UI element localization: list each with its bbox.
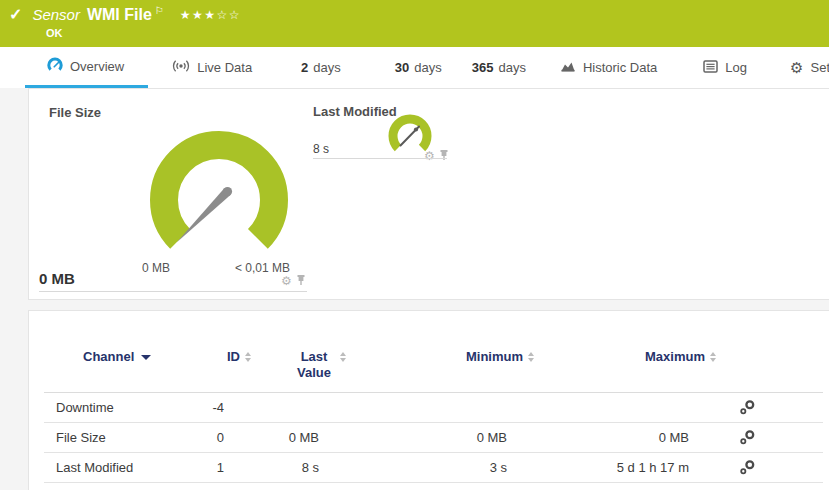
channel-settings-wrench-icon[interactable] <box>739 399 756 416</box>
cell-last-value: 8 s <box>224 460 319 475</box>
cell-maximum: 5 d 1 h 17 m <box>507 460 689 475</box>
gear-icon: ⚙ <box>790 60 803 75</box>
column-header-maximum-label: Maximum <box>645 349 705 364</box>
cell-channel: File Size <box>44 430 177 445</box>
sensor-title: WMI File <box>87 6 152 24</box>
tab-bar: Overview Live Data 2 days 30 days 365 da… <box>0 47 829 88</box>
tab-2-days[interactable]: 2 days <box>301 47 341 88</box>
tab-2-days-label: days <box>313 60 340 75</box>
column-header-id-label: ID <box>227 349 240 364</box>
log-list-icon <box>703 60 718 76</box>
channel-table-header: Channel ID Last Value Minimum Maximum <box>44 311 823 393</box>
last-modified-widget-gear-icon[interactable]: ⚙ <box>424 150 435 162</box>
channel-settings-wrench-icon[interactable] <box>739 459 756 476</box>
tab-settings-label: Settings <box>811 60 829 75</box>
tab-log[interactable]: Log <box>703 47 747 88</box>
last-modified-widget-pin-icon[interactable] <box>439 147 449 165</box>
tab-log-label: Log <box>725 60 747 75</box>
broadcast-icon <box>172 59 190 76</box>
sort-caret-down-icon <box>141 355 151 360</box>
tab-365-days-label: days <box>498 60 525 75</box>
column-header-last-value-label: Last Value <box>293 349 335 382</box>
column-header-maximum[interactable]: Maximum <box>534 349 716 364</box>
table-row-downtime: Downtime -4 <box>44 393 823 423</box>
tab-overview[interactable]: Overview <box>25 47 148 88</box>
tab-live-data[interactable]: Live Data <box>172 47 252 88</box>
tab-2-days-number: 2 <box>301 60 308 75</box>
tab-30-days[interactable]: 30 days <box>395 47 442 88</box>
last-modified-current-value: 8 s <box>313 142 329 156</box>
file-size-gauge-min-label: 0 MB <box>142 261 170 275</box>
table-row-last-modified: Last Modified 1 8 s 3 s 5 d 1 h 17 m <box>44 453 823 483</box>
cell-channel: Downtime <box>44 400 177 415</box>
cell-id: -4 <box>177 400 224 415</box>
tab-365-days-number: 365 <box>472 60 494 75</box>
column-header-minimum-label: Minimum <box>466 349 523 364</box>
column-header-minimum[interactable]: Minimum <box>346 349 534 364</box>
tab-365-days[interactable]: 365 days <box>472 47 526 88</box>
cell-channel: Last Modified <box>44 460 177 475</box>
file-size-gauge <box>134 115 304 285</box>
area-chart-icon <box>560 59 576 76</box>
tab-historic-data[interactable]: Historic Data <box>560 47 657 88</box>
file-size-widget-divider <box>39 291 307 292</box>
gauges-panel: File Size 0 MB < 0,01 MB 0 MB ⚙ Last Mod… <box>28 88 829 300</box>
cell-minimum: 0 MB <box>319 430 507 445</box>
file-size-widget-pin-icon[interactable] <box>296 272 306 290</box>
tab-overview-label: Overview <box>70 59 124 74</box>
tab-historic-data-label: Historic Data <box>583 60 657 75</box>
last-modified-widget-divider <box>313 158 447 159</box>
column-header-id[interactable]: ID <box>204 349 251 364</box>
priority-stars[interactable]: ★★★☆☆ <box>180 8 241 22</box>
flag-icon[interactable]: ⚐ <box>155 5 164 16</box>
column-header-channel-label: Channel <box>83 349 134 364</box>
column-header-last-value[interactable]: Last Value <box>251 349 346 382</box>
file-size-current-value: 0 MB <box>39 270 75 287</box>
column-header-channel[interactable]: Channel <box>71 349 204 364</box>
cell-maximum: 0 MB <box>507 430 689 445</box>
status-badge: OK <box>46 27 63 39</box>
tab-30-days-label: days <box>414 60 441 75</box>
table-row-file-size: File Size 0 0 MB 0 MB 0 MB <box>44 423 823 453</box>
file-size-widget-gear-icon[interactable]: ⚙ <box>281 275 292 287</box>
cell-last-value: 0 MB <box>224 430 319 445</box>
tab-30-days-number: 30 <box>395 60 409 75</box>
sort-arrows-icon <box>710 352 716 362</box>
tab-live-data-label: Live Data <box>197 60 252 75</box>
sensor-kind-label: Sensor <box>32 6 80 23</box>
channel-settings-wrench-icon[interactable] <box>739 429 756 446</box>
cell-minimum: 3 s <box>319 460 507 475</box>
tab-settings[interactable]: ⚙ Settings <box>790 47 829 88</box>
ok-check-icon: ✓ <box>9 5 22 24</box>
gauge-icon <box>47 57 63 76</box>
cell-id: 0 <box>177 430 224 445</box>
sensor-header: ✓ Sensor WMI File ⚐ ★★★☆☆ OK <box>0 0 829 47</box>
cell-id: 1 <box>177 460 224 475</box>
file-size-widget-title: File Size <box>49 105 101 120</box>
channel-table-panel: Channel ID Last Value Minimum Maximum Do… <box>28 310 829 490</box>
